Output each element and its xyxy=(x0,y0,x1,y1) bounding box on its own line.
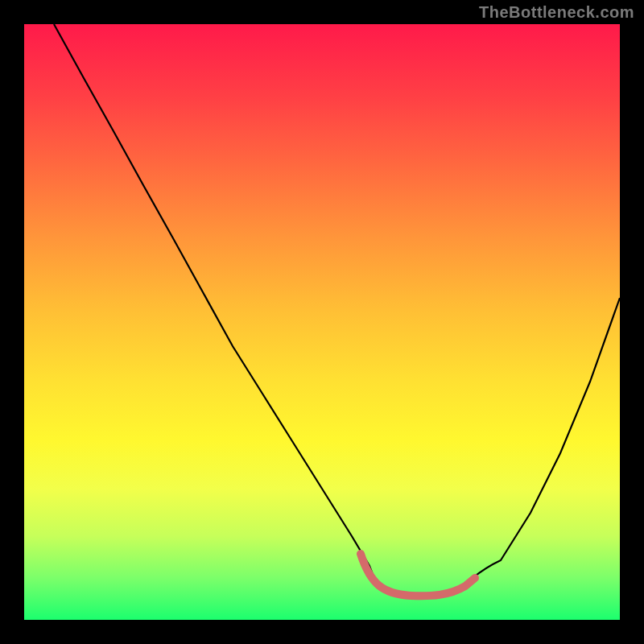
plot-area xyxy=(24,24,620,620)
attribution-text: TheBottleneck.com xyxy=(479,3,634,22)
bottleneck-curve xyxy=(24,24,620,620)
chart-stage: TheBottleneck.com xyxy=(0,0,644,644)
highlight-segment xyxy=(361,554,475,596)
curve-path xyxy=(54,24,620,596)
